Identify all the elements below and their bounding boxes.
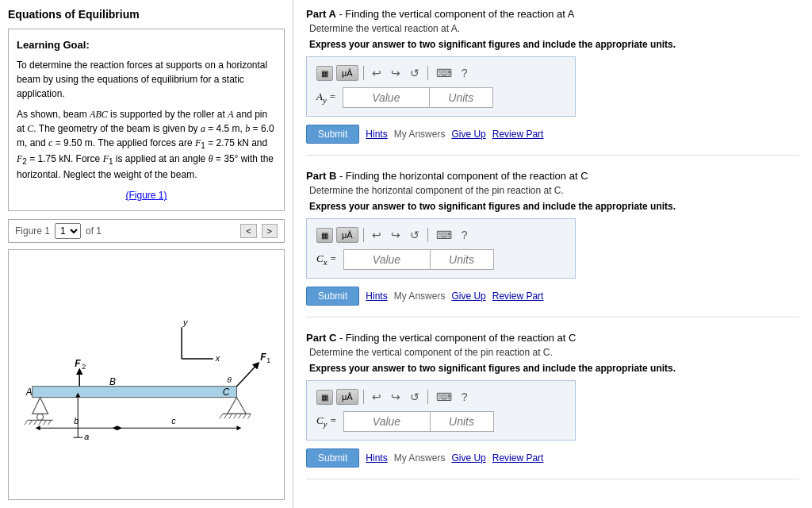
part-c-review-link[interactable]: Review Part: [492, 452, 544, 464]
svg-line-14: [39, 421, 42, 425]
matrix-btn-c[interactable]: ▦: [316, 390, 333, 405]
beam-diagram: y x A B C: [9, 250, 284, 499]
svg-text:A: A: [25, 387, 33, 398]
part-b-submit-btn[interactable]: Submit: [306, 287, 359, 306]
svg-text:y: y: [182, 318, 188, 328]
svg-text:x: x: [215, 353, 220, 363]
part-a-equation-label: Ay =: [316, 90, 336, 105]
refresh-icon-c[interactable]: ↺: [407, 389, 423, 405]
part-b-units-input[interactable]: [431, 249, 494, 270]
redo-icon-c[interactable]: ↪: [388, 389, 404, 405]
part-a-my-answers[interactable]: My Answers: [394, 129, 446, 140]
undo-icon-b[interactable]: ↩: [369, 227, 385, 243]
svg-line-21: [229, 414, 232, 419]
part-c-instruction: Express your answer to two significant f…: [306, 363, 799, 374]
learning-goal-box: Learning Goal: To determine the reaction…: [8, 29, 285, 211]
svg-line-16: [48, 421, 52, 425]
figure-link[interactable]: (Figure 1): [17, 188, 276, 202]
part-b-actions: Submit Hints My Answers Give Up Review P…: [306, 287, 799, 306]
mu-btn-c[interactable]: μÂ: [336, 389, 358, 405]
svg-line-26: [237, 363, 259, 387]
undo-icon-c[interactable]: ↩: [369, 389, 385, 405]
part-b-input-row: Cx =: [316, 249, 565, 270]
svg-line-13: [34, 421, 37, 425]
part-b-section: Part B - Finding the horizontal componen…: [306, 170, 799, 318]
svg-text:B: B: [109, 376, 116, 387]
matrix-btn-b[interactable]: ▦: [316, 228, 333, 243]
left-panel: Equations of Equilibrium Learning Goal: …: [0, 0, 293, 508]
svg-text:F: F: [75, 358, 81, 369]
page-title: Equations of Equilibrium: [8, 8, 285, 21]
svg-line-20: [224, 414, 228, 419]
part-b-give-up-link[interactable]: Give Up: [451, 291, 485, 302]
part-c-equation-label: Cy =: [316, 414, 337, 429]
part-a-actions: Submit Hints My Answers Give Up Review P…: [306, 125, 799, 144]
part-a-instruction: Express your answer to two significant f…: [306, 39, 799, 50]
part-b-review-link[interactable]: Review Part: [492, 291, 544, 302]
svg-line-19: [220, 414, 223, 419]
learning-goal-text1: To determine the reaction forces at supp…: [17, 58, 276, 101]
part-b-hints-link[interactable]: Hints: [366, 291, 387, 302]
part-a-subtitle: Determine the vertical reaction at A.: [306, 23, 799, 34]
matrix-btn-a[interactable]: ▦: [316, 66, 333, 81]
redo-icon-a[interactable]: ↪: [388, 65, 404, 81]
part-a-submit-btn[interactable]: Submit: [306, 125, 359, 144]
part-c-answer-box: ▦ μÂ ↩ ↪ ↺ ⌨ ? Cy =: [306, 380, 576, 441]
help-icon-b[interactable]: ?: [458, 227, 471, 243]
part-a-review-link[interactable]: Review Part: [492, 129, 544, 140]
refresh-icon-a[interactable]: ↺: [407, 65, 423, 81]
part-c-input-row: Cy =: [316, 411, 565, 432]
undo-icon-a[interactable]: ↩: [369, 65, 385, 81]
figure-nav: Figure 1 1 of 1 < >: [8, 219, 285, 243]
part-b-title: Part B - Finding the horizontal componen…: [306, 170, 799, 182]
part-b-my-answers[interactable]: My Answers: [394, 291, 446, 302]
part-c-hints-link[interactable]: Hints: [366, 452, 387, 464]
part-b-instruction: Express your answer to two significant f…: [306, 201, 799, 212]
svg-marker-34: [36, 426, 40, 431]
help-icon-c[interactable]: ?: [458, 389, 471, 405]
part-c-value-input[interactable]: [343, 411, 431, 432]
part-a-title: Part A - Finding the vertical component …: [306, 8, 799, 20]
keyboard-icon-a[interactable]: ⌨: [433, 65, 455, 81]
figure-of: of 1: [86, 225, 102, 237]
part-b-toolbar: ▦ μÂ ↩ ↪ ↺ ⌨ ?: [316, 227, 565, 243]
part-c-my-answers[interactable]: My Answers: [394, 452, 446, 464]
part-c-give-up-link[interactable]: Give Up: [451, 452, 485, 464]
keyboard-icon-c[interactable]: ⌨: [433, 389, 455, 405]
part-c-units-input[interactable]: [431, 411, 494, 432]
part-a-units-input[interactable]: [430, 87, 493, 108]
svg-line-15: [44, 421, 47, 425]
part-b-value-input[interactable]: [343, 249, 431, 270]
svg-rect-4: [33, 387, 237, 398]
part-c-subtitle: Determine the vertical component of the …: [306, 347, 799, 358]
svg-line-22: [234, 414, 237, 419]
redo-icon-b[interactable]: ↪: [388, 227, 404, 243]
part-a-hints-link[interactable]: Hints: [366, 129, 387, 140]
svg-text:C: C: [223, 387, 230, 398]
part-b-subtitle: Determine the horizontal component of th…: [306, 185, 799, 196]
refresh-icon-b[interactable]: ↺: [407, 227, 423, 243]
part-a-give-up-link[interactable]: Give Up: [451, 129, 485, 140]
figure-prev-btn[interactable]: <: [240, 224, 256, 238]
svg-line-11: [25, 421, 28, 425]
keyboard-icon-b[interactable]: ⌨: [433, 227, 455, 243]
mu-btn-a[interactable]: μÂ: [336, 65, 358, 81]
help-icon-a[interactable]: ?: [458, 65, 471, 81]
svg-text:F: F: [260, 352, 266, 363]
svg-text:c: c: [171, 417, 176, 426]
figure-select[interactable]: 1: [55, 223, 81, 239]
svg-line-25: [247, 414, 251, 419]
part-a-value-input[interactable]: [343, 87, 430, 108]
svg-line-24: [243, 414, 246, 419]
svg-line-12: [29, 421, 33, 425]
figure-next-btn[interactable]: >: [262, 224, 278, 238]
svg-marker-38: [113, 426, 117, 431]
svg-marker-17: [228, 398, 247, 414]
part-c-toolbar: ▦ μÂ ↩ ↪ ↺ ⌨ ?: [316, 389, 565, 405]
svg-text:2: 2: [82, 363, 86, 371]
mu-btn-b[interactable]: μÂ: [336, 227, 358, 243]
part-b-equation-label: Cx =: [316, 252, 337, 267]
part-c-submit-btn[interactable]: Submit: [306, 448, 359, 468]
svg-marker-39: [237, 426, 242, 431]
svg-marker-8: [33, 398, 48, 414]
